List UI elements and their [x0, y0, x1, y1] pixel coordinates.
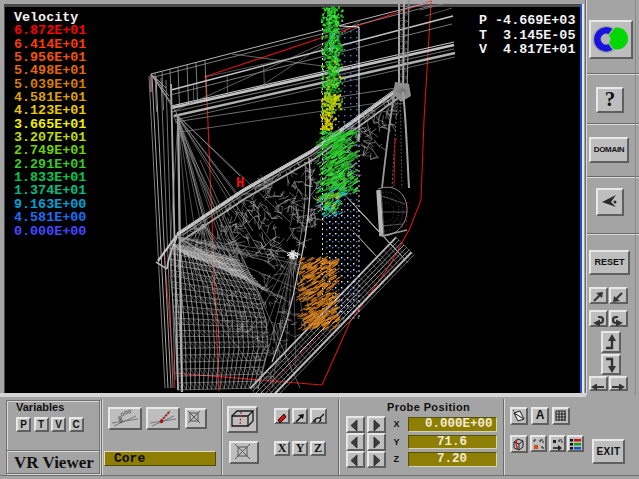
svg-text:H: H: [236, 175, 244, 191]
